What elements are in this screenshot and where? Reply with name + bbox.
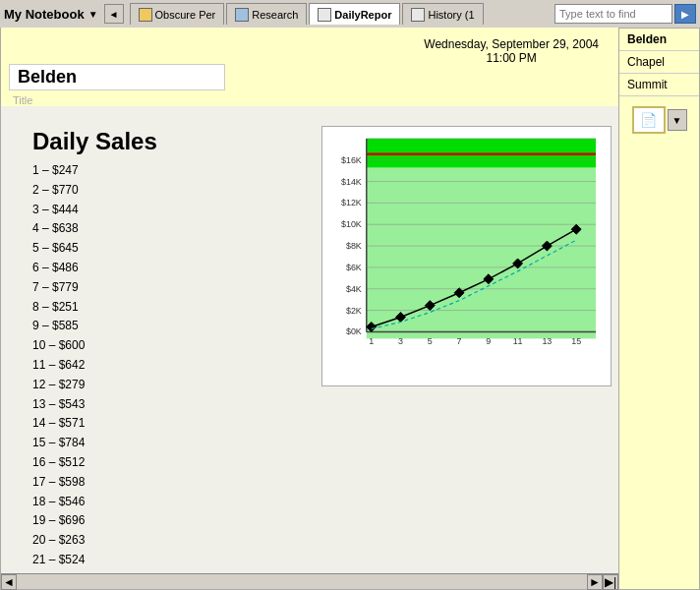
main-area: Title Wednesday, September 29, 2004 11:0…: [0, 28, 700, 590]
new-page-button[interactable]: 📄: [632, 106, 666, 134]
chart-container: $0K $2K $4K $6K $8K $10K $12K $14K $16K …: [321, 126, 612, 386]
svg-text:11: 11: [513, 336, 523, 346]
tab-daily-label: DailyRepor: [334, 9, 391, 21]
scroll-right-button[interactable]: ►: [587, 574, 603, 590]
list-item: 15 – $784: [32, 434, 587, 453]
svg-text:$16K: $16K: [341, 155, 362, 165]
nav-back-button[interactable]: ◄: [104, 4, 124, 24]
svg-text:1: 1: [369, 336, 374, 346]
search-input[interactable]: [554, 4, 672, 24]
svg-text:13: 13: [542, 336, 552, 346]
list-item: 14 – $571: [32, 414, 587, 434]
date-time-block: Wednesday, September 29, 2004 11:00 PM: [424, 37, 599, 65]
svg-text:$6K: $6K: [346, 263, 362, 272]
list-item: 17 – $598: [32, 473, 587, 493]
tab-research-icon: [235, 8, 249, 22]
tab-history[interactable]: History (1: [402, 3, 483, 25]
notebook-name-input[interactable]: [9, 64, 225, 90]
svg-text:3: 3: [398, 336, 403, 346]
search-bar: ▶: [554, 4, 696, 24]
tab-research-label: Research: [252, 9, 298, 21]
svg-text:5: 5: [428, 336, 433, 346]
svg-text:$14K: $14K: [341, 177, 362, 187]
tab-obscure[interactable]: Obscure Per: [130, 3, 225, 25]
sidebar-tab-chapel[interactable]: Chapel: [619, 51, 699, 74]
svg-text:$12K: $12K: [341, 198, 362, 207]
title-label: Title: [9, 92, 225, 106]
search-button[interactable]: ▶: [674, 4, 696, 24]
right-sidebar: Belden Chapel Summit 📄 ▼: [619, 28, 700, 590]
tab-obscure-label: Obscure Per: [155, 9, 216, 21]
notebook-title-text: My Notebook: [4, 7, 85, 22]
tab-history-label: History (1: [428, 9, 474, 21]
chart-svg: $0K $2K $4K $6K $8K $10K $12K $14K $16K …: [322, 127, 611, 385]
svg-text:$4K: $4K: [346, 284, 362, 294]
sidebar-tab-summit[interactable]: Summit: [619, 74, 699, 96]
notebook-title: My Notebook ▼: [4, 7, 98, 22]
list-item: 20 – $263: [32, 531, 587, 551]
scroll-left-button[interactable]: ◄: [1, 574, 17, 590]
svg-text:$2K: $2K: [346, 306, 362, 316]
list-item: 21 – $524: [32, 551, 587, 570]
svg-text:$10K: $10K: [341, 219, 362, 229]
bottom-scrollbar[interactable]: ◄ ► ▶|: [1, 573, 618, 589]
svg-text:$8K: $8K: [346, 241, 362, 251]
list-item: 18 – $546: [32, 493, 587, 512]
svg-text:7: 7: [457, 336, 462, 346]
content-inner: Daily Sales 1 – $2472 – $7703 – $4444 – …: [17, 116, 603, 573]
list-item: 16 – $512: [32, 453, 587, 473]
scroll-to-end-button[interactable]: ▶|: [603, 574, 618, 590]
sidebar-arrow-button[interactable]: ▼: [668, 109, 687, 131]
tab-history-icon: [411, 8, 425, 22]
time-text: 11:00 PM: [424, 51, 599, 65]
list-item: 19 – $696: [32, 511, 587, 531]
tab-research[interactable]: Research: [226, 3, 307, 25]
sidebar-tab-belden[interactable]: Belden: [619, 29, 699, 51]
tab-obscure-icon: [139, 8, 152, 22]
svg-text:$0K: $0K: [346, 326, 362, 336]
dropdown-arrow-icon[interactable]: ▼: [88, 9, 98, 20]
top-bar: My Notebook ▼ ◄ Obscure Per Research Dai…: [0, 0, 700, 28]
date-text: Wednesday, September 29, 2004: [424, 37, 599, 51]
content-area[interactable]: Daily Sales 1 – $2472 – $7703 – $4444 – …: [1, 106, 618, 573]
notebook-header: Title Wednesday, September 29, 2004 11:0…: [1, 28, 618, 106]
svg-text:9: 9: [486, 336, 491, 346]
tab-daily[interactable]: DailyRepor: [309, 3, 400, 25]
svg-text:15: 15: [571, 336, 581, 346]
list-item: 22 – $527: [32, 570, 587, 573]
tab-daily-icon: [318, 8, 331, 22]
list-item: 13 – $543: [32, 395, 587, 415]
